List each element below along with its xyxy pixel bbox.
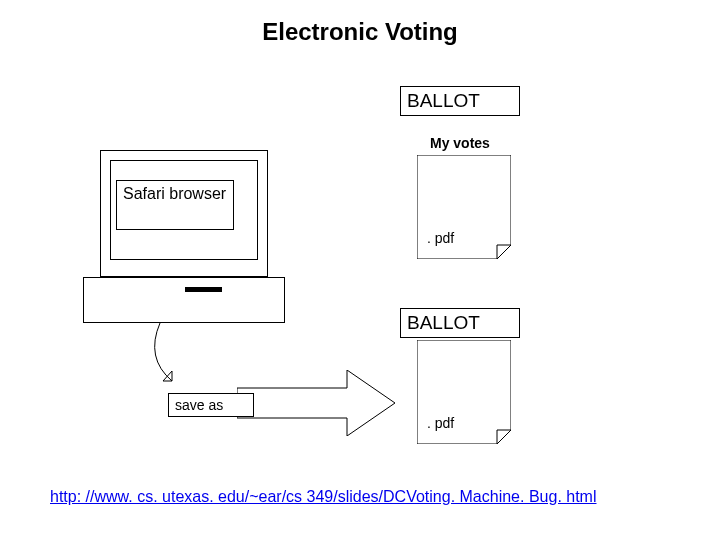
slide-title: Electronic Voting (0, 18, 720, 46)
ballot-heading-2: BALLOT (400, 308, 520, 338)
ballot-heading-1: BALLOT (400, 86, 520, 116)
doc2-extension-label: . pdf (427, 415, 454, 431)
doc1-extension-label: . pdf (427, 230, 454, 246)
source-link[interactable]: http: //www. cs. utexas. edu/~ear/cs 349… (50, 488, 597, 506)
computer-drive-slot-icon (185, 287, 222, 292)
my-votes-label: My votes (430, 135, 490, 151)
computer-base-icon (83, 277, 285, 323)
safari-browser-label: Safari browser (116, 180, 234, 230)
big-right-arrow-icon (237, 370, 397, 440)
save-as-label: save as (168, 393, 254, 417)
svg-marker-2 (237, 370, 395, 436)
